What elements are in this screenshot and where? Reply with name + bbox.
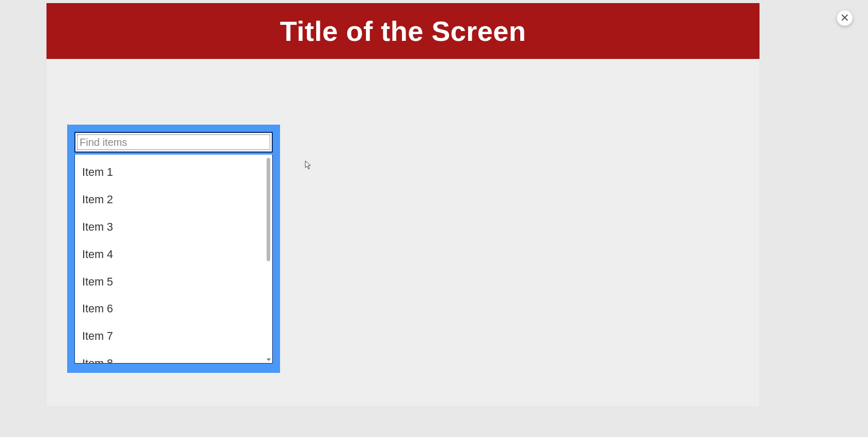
header-bar: Title of the Screen	[47, 3, 760, 59]
search-input-wrap	[74, 132, 273, 153]
options-list: Item 1 Item 2 Item 3 Item 4 Item 5 Item …	[75, 155, 265, 363]
list-item[interactable]: Item 4	[75, 241, 265, 268]
close-button[interactable]	[837, 10, 853, 26]
chevron-down-icon[interactable]	[267, 358, 271, 361]
filterable-select-panel: Item 1 Item 2 Item 3 Item 4 Item 5 Item …	[67, 125, 280, 373]
page-surface: Title of the Screen Item 1 Item 2 Item 3…	[47, 3, 760, 406]
list-item[interactable]: Item 8	[75, 350, 265, 363]
scrollbar-vertical[interactable]	[265, 155, 272, 363]
list-item[interactable]: Item 7	[75, 323, 265, 350]
list-item[interactable]: Item 6	[75, 295, 265, 323]
options-listbox: Item 1 Item 2 Item 3 Item 4 Item 5 Item …	[74, 155, 273, 364]
cursor-icon	[305, 160, 312, 170]
stage: Title of the Screen Item 1 Item 2 Item 3…	[0, 0, 868, 437]
search-input[interactable]	[77, 134, 270, 150]
list-item[interactable]: Item 1	[75, 159, 265, 186]
close-icon	[841, 14, 848, 23]
scrollbar-thumb[interactable]	[267, 158, 270, 261]
list-item[interactable]: Item 3	[75, 214, 265, 241]
list-item[interactable]: Item 5	[75, 268, 265, 296]
page-title: Title of the Screen	[280, 15, 526, 47]
list-item[interactable]: Item 2	[75, 186, 265, 214]
